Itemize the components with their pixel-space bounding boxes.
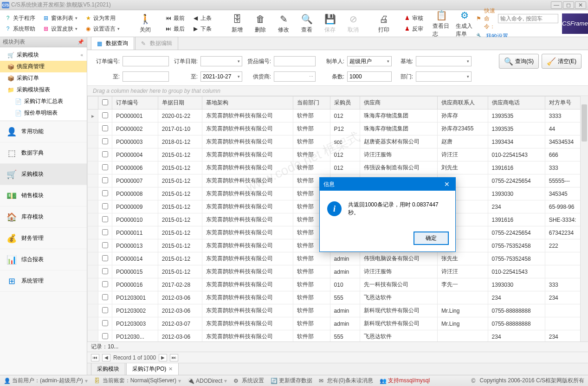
help-button[interactable]: ?系统帮助 bbox=[4, 25, 36, 33]
pager-prev[interactable]: ◀ bbox=[102, 354, 110, 361]
table-row[interactable]: PO0000032018-01-12东莞喜鹊软件科技有限公司软件部scc赵唐瓷器… bbox=[88, 135, 588, 148]
table-row[interactable]: PO0000162017-02-28东莞喜鹊软件科技有限公司软件部010先一科技… bbox=[88, 278, 588, 291]
nav-purchase[interactable]: 🛒采购模块 bbox=[0, 164, 87, 185]
row-checkbox[interactable] bbox=[102, 177, 108, 183]
col-header[interactable]: 订单编号 bbox=[112, 96, 158, 109]
row-checkbox[interactable] bbox=[102, 320, 108, 326]
input-dept[interactable]: ▾ bbox=[416, 71, 472, 82]
skin-button[interactable]: ⊞设置皮肤▾ bbox=[42, 25, 78, 33]
col-header[interactable]: 供应商电话 bbox=[488, 96, 545, 109]
table-row[interactable]: PO0000042015-01-12东莞喜鹊软件科技有限公司软件部012诗汪汪服… bbox=[88, 148, 588, 161]
table-row[interactable]: PO0000062015-01-12东莞喜鹊软件科技有限公司软件部012伟强设备… bbox=[88, 161, 588, 174]
table-row[interactable]: PO12030012012-03-06东莞喜鹊软件科技有限公司软件部555飞恩达… bbox=[88, 291, 588, 304]
pager-last[interactable]: ⏭ bbox=[170, 354, 178, 361]
row-checkbox[interactable] bbox=[102, 151, 108, 157]
pager-first[interactable]: ⏮ bbox=[91, 354, 99, 361]
generate-in-button[interactable]: ⚙生成入库单 bbox=[456, 9, 473, 38]
table-row[interactable]: PO0000142015-01-12东莞喜鹊软件科技有限公司软件部admin伟强… bbox=[88, 252, 588, 265]
print-button[interactable]: 🖨打印 bbox=[375, 13, 393, 34]
input-supplier[interactable]: ⋯ bbox=[274, 71, 316, 82]
input-orderno[interactable] bbox=[123, 56, 169, 66]
set-default-button[interactable]: ★设为常用 bbox=[84, 14, 121, 23]
table-row[interactable]: PO0000152015-01-12东莞喜鹊软件科技有限公司软件部admin诗汪… bbox=[88, 265, 588, 278]
row-checkbox[interactable] bbox=[102, 255, 108, 261]
table-row[interactable]: PO12030...2012-03-06东莞喜鹊软件科技有限公司软件部555飞恩… bbox=[88, 330, 588, 342]
language-button[interactable]: ◉设置语言▾ bbox=[84, 25, 121, 33]
about-button[interactable]: ?关于程序 bbox=[4, 14, 36, 23]
table-row[interactable]: PO12030022012-03-06东莞喜鹊软件科技有限公司软件部admin新… bbox=[88, 304, 588, 317]
tab-data-query[interactable]: ▦数据查询 bbox=[91, 37, 134, 50]
table-row[interactable]: PO0000022017-01-10东莞喜鹊软件科技有限公司软件部P12珠海库存… bbox=[88, 122, 588, 135]
prev-button[interactable]: ◀上条 bbox=[191, 14, 213, 23]
table-row[interactable]: ▸PO0000012020-01-22东莞喜鹊软件科技有限公司软件部012珠海库… bbox=[88, 109, 588, 122]
tab-purchase-module[interactable]: 采购模块 bbox=[91, 363, 125, 375]
edit-button[interactable]: ✎修改 bbox=[275, 13, 292, 34]
status-refresh[interactable]: 🔄更新缓存数据 bbox=[271, 377, 312, 385]
select-all-checkbox[interactable] bbox=[102, 99, 108, 105]
row-checkbox[interactable] bbox=[102, 307, 108, 313]
tree-supplier-mgmt[interactable]: 📦供应商管理 bbox=[0, 61, 87, 72]
nav-datadict[interactable]: ⬚数据字典 bbox=[0, 142, 87, 164]
log-button[interactable]: 📋查看日志 bbox=[433, 9, 450, 38]
col-header[interactable]: 基地架构 bbox=[202, 96, 293, 109]
cancel-button[interactable]: ⊘取消 bbox=[344, 13, 362, 34]
input-orderno-to[interactable] bbox=[123, 71, 169, 82]
tab-purchase-order[interactable]: 采购订单(PO)✕ bbox=[126, 363, 179, 375]
tab-data-edit[interactable]: ✎数据编辑 bbox=[135, 37, 178, 50]
input-orderdate-to[interactable]: 2021-10-27▾ bbox=[200, 71, 242, 82]
row-checkbox[interactable] bbox=[102, 294, 108, 300]
pin-icon[interactable]: 📌 bbox=[78, 39, 84, 45]
input-orderdate-from[interactable]: ▾ bbox=[200, 56, 242, 66]
dialog-close-button[interactable]: ✕ bbox=[442, 180, 452, 188]
clear-button[interactable]: 🧹清空(E) bbox=[542, 54, 582, 69]
col-header[interactable]: 当前部门 bbox=[293, 96, 330, 109]
row-checkbox[interactable] bbox=[102, 242, 108, 248]
delete-button[interactable]: 🗑删除 bbox=[252, 13, 269, 34]
row-checkbox[interactable] bbox=[102, 216, 108, 222]
next-button[interactable]: ▶下条 bbox=[191, 25, 213, 33]
window-list-button[interactable]: ⊞窗体列表▾ bbox=[42, 14, 78, 23]
search-button[interactable]: 🔍查询(S) bbox=[499, 54, 539, 69]
status-syscfg[interactable]: ⚙系统设置 bbox=[233, 377, 264, 385]
nav-report[interactable]: 📊综合报表 bbox=[0, 249, 87, 270]
row-checkbox[interactable] bbox=[102, 190, 108, 196]
status-messages[interactable]: ✉您有(0)条未读消息 bbox=[319, 377, 373, 385]
row-checkbox[interactable] bbox=[102, 138, 108, 144]
unapprove-button[interactable]: ♟反审 bbox=[403, 25, 424, 33]
row-checkbox[interactable] bbox=[102, 125, 108, 131]
input-prodno[interactable] bbox=[274, 56, 316, 66]
close-button[interactable]: ✕ bbox=[575, 1, 586, 9]
row-checkbox[interactable] bbox=[102, 164, 108, 170]
approve-button[interactable]: ♟审核 bbox=[403, 14, 424, 23]
row-checkbox[interactable] bbox=[102, 333, 108, 339]
row-checkbox[interactable] bbox=[102, 203, 108, 209]
tree-purchase-module[interactable]: 🛒采购模块« bbox=[0, 49, 87, 61]
input-creator[interactable]: 超级用户▾ bbox=[347, 56, 392, 66]
nav-common[interactable]: 👤常用功能 bbox=[0, 121, 87, 142]
input-base[interactable]: ▾ bbox=[416, 56, 472, 66]
row-checkbox[interactable] bbox=[102, 229, 108, 235]
tree-purchase-report[interactable]: 📁采购模块报表 bbox=[0, 84, 87, 96]
nav-stock[interactable]: 🏠库存模块 bbox=[0, 206, 87, 228]
col-header[interactable]: 供应商联系人 bbox=[438, 96, 488, 109]
row-checkbox[interactable] bbox=[102, 281, 108, 287]
close-icon[interactable]: ✕ bbox=[168, 366, 173, 372]
tree-quote-detail[interactable]: 📄报价单明细表 bbox=[0, 107, 87, 119]
tree-purchase-order[interactable]: 📦采购订单 bbox=[0, 72, 87, 84]
col-header[interactable]: 采购员 bbox=[330, 96, 360, 109]
col-header[interactable]: 单据日期 bbox=[158, 96, 202, 109]
maximize-button[interactable]: ◻ bbox=[563, 1, 574, 9]
first-button[interactable]: ⏮最前 bbox=[164, 14, 186, 23]
col-header[interactable]: 供应商 bbox=[360, 96, 438, 109]
quick-cmd-input[interactable] bbox=[498, 14, 558, 23]
vertical-scrollbar[interactable] bbox=[580, 96, 588, 341]
table-row[interactable]: PO12030032012-03-07东莞喜鹊软件科技有限公司软件部admin新… bbox=[88, 317, 588, 330]
close-tab-button[interactable]: 🚶关闭 bbox=[136, 13, 154, 34]
nav-sales[interactable]: 💵销售模块 bbox=[0, 185, 87, 206]
view-button[interactable]: 🔍查看 bbox=[298, 13, 316, 34]
row-checkbox[interactable] bbox=[102, 112, 108, 118]
tree-po-summary[interactable]: 📄采购订单汇总表 bbox=[0, 96, 87, 107]
dialog-ok-button[interactable]: 确定 bbox=[414, 232, 449, 245]
save-button[interactable]: 💾保存 bbox=[321, 13, 339, 34]
add-button[interactable]: 🗄新增 bbox=[228, 13, 246, 34]
